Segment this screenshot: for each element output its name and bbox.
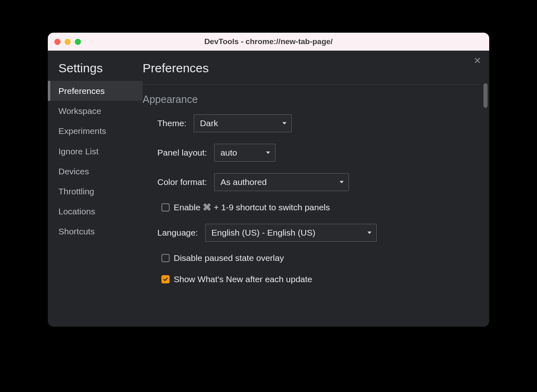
row-theme: Theme: Dark [157, 114, 479, 132]
sidebar-item-throttling[interactable]: Throttling [48, 181, 143, 201]
checkbox-show-whats-new[interactable] [161, 275, 170, 283]
label-panel-layout: Panel layout: [157, 148, 207, 158]
select-theme-value: Dark [200, 118, 218, 128]
row-color-format: Color format: As authored [157, 173, 479, 191]
row-panel-layout: Panel layout: auto [157, 144, 479, 162]
label-color-format: Color format: [157, 177, 207, 187]
select-theme[interactable]: Dark [194, 114, 292, 132]
label-language: Language: [157, 228, 198, 238]
sidebar-item-devices[interactable]: Devices [48, 161, 143, 181]
main-panel: Preferences Appearance Theme: Dark Panel… [143, 51, 489, 327]
label-disable-paused: Disable paused state overlay [174, 253, 284, 263]
window-title: DevTools - chrome://new-tab-page/ [48, 37, 489, 46]
devtools-window: DevTools - chrome://new-tab-page/ ✕ Sett… [48, 33, 489, 327]
row-show-whats-new: Show What's New after each update [157, 274, 479, 284]
window-minimize-button[interactable] [65, 39, 71, 45]
chevron-down-icon [266, 151, 270, 154]
chevron-down-icon [282, 122, 286, 125]
select-color-format[interactable]: As authored [214, 173, 349, 191]
window-maximize-button[interactable] [75, 39, 81, 45]
select-panel-layout-value: auto [220, 148, 237, 158]
settings-body: Settings Preferences Workspace Experimen… [48, 51, 489, 327]
sidebar-item-workspace[interactable]: Workspace [48, 101, 143, 121]
chevron-down-icon [340, 181, 344, 183]
sidebar-item-ignore-list[interactable]: Ignore List [48, 141, 143, 161]
select-panel-layout[interactable]: auto [214, 144, 275, 162]
section-title-appearance: Appearance [143, 85, 479, 111]
client-area: ✕ Settings Preferences Workspace Experim… [48, 51, 489, 327]
settings-list: Theme: Dark Panel layout: auto [143, 111, 479, 284]
sidebar-title: Settings [48, 61, 143, 81]
sidebar-item-shortcuts[interactable]: Shortcuts [48, 221, 143, 241]
select-color-format-value: As authored [220, 177, 266, 187]
window-close-button[interactable] [54, 39, 60, 45]
page-title: Preferences [143, 61, 479, 85]
sidebar-item-preferences[interactable]: Preferences [48, 81, 143, 101]
sidebar-item-locations[interactable]: Locations [48, 201, 143, 221]
label-enable-shortcut: Enable ⌘ + 1-9 shortcut to switch panels [174, 203, 330, 212]
label-show-whats-new: Show What's New after each update [174, 274, 312, 284]
traffic-lights [54, 39, 81, 45]
scrollbar-thumb[interactable] [483, 83, 488, 108]
row-language: Language: English (US) - English (US) [157, 224, 479, 242]
checkbox-disable-paused[interactable] [161, 254, 170, 262]
check-icon [163, 276, 168, 282]
select-language[interactable]: English (US) - English (US) [205, 224, 377, 242]
checkbox-enable-shortcut[interactable] [161, 203, 170, 212]
sidebar: Settings Preferences Workspace Experimen… [48, 51, 143, 327]
titlebar[interactable]: DevTools - chrome://new-tab-page/ [48, 33, 489, 51]
row-enable-shortcut: Enable ⌘ + 1-9 shortcut to switch panels [157, 203, 479, 212]
chevron-down-icon [367, 232, 371, 234]
row-disable-paused: Disable paused state overlay [157, 253, 479, 263]
label-theme: Theme: [157, 118, 186, 128]
select-language-value: English (US) - English (US) [211, 228, 315, 238]
sidebar-item-experiments[interactable]: Experiments [48, 121, 143, 141]
